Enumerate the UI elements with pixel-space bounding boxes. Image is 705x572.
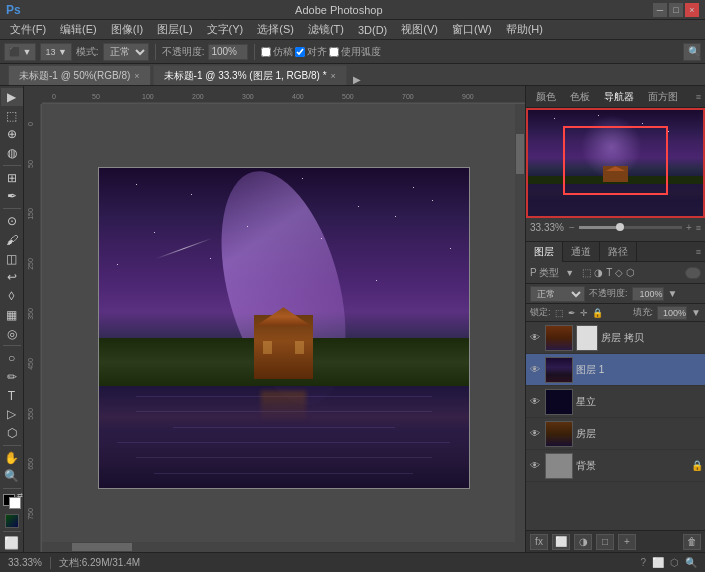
tab-arrow[interactable]: ▶ xyxy=(353,74,361,85)
lock-position-icon[interactable]: ✛ xyxy=(580,308,588,318)
layer-row-house[interactable]: 👁 房层 xyxy=(526,418,705,450)
add-adjustment-button[interactable]: ◑ xyxy=(574,534,592,550)
antialias-checkbox[interactable] xyxy=(261,47,271,57)
minimize-button[interactable]: ─ xyxy=(653,3,667,17)
menu-file[interactable]: 文件(F) xyxy=(4,21,52,38)
filter-toggle[interactable] xyxy=(685,267,701,279)
tool-marquee[interactable]: ⬚ xyxy=(1,107,23,125)
fx-button[interactable]: fx xyxy=(530,534,548,550)
zoom-minus-btn[interactable]: − xyxy=(569,222,575,233)
vertical-scrollbar[interactable] xyxy=(515,104,525,552)
layer-eye-layer1[interactable]: 👁 xyxy=(528,363,542,377)
tool-lasso[interactable]: ⊕ xyxy=(1,126,23,144)
layers-panel-menu[interactable]: ≡ xyxy=(696,247,705,257)
menu-edit[interactable]: 编辑(E) xyxy=(54,21,103,38)
add-group-button[interactable]: □ xyxy=(596,534,614,550)
nav-zoom-slider[interactable] xyxy=(579,226,682,229)
nav-slider-thumb[interactable] xyxy=(616,223,624,231)
tool-crop[interactable]: ⊞ xyxy=(1,169,23,187)
menu-select[interactable]: 选择(S) xyxy=(251,21,300,38)
tool-brush[interactable]: 🖌 xyxy=(1,231,23,249)
nav-panel-menu[interactable]: ≡ xyxy=(696,223,701,233)
menu-filter[interactable]: 滤镜(T) xyxy=(302,21,350,38)
tool-pen[interactable]: ✏ xyxy=(1,368,23,386)
tab-close-1[interactable]: × xyxy=(134,71,139,81)
zoom-plus-btn[interactable]: + xyxy=(686,222,692,233)
panel-tab-navigator[interactable]: 导航器 xyxy=(598,88,640,106)
tool-gradient[interactable]: ▦ xyxy=(1,306,23,324)
layer-row-house-copy[interactable]: 👁 房层 拷贝 xyxy=(526,322,705,354)
brush-size-input[interactable]: 13 ▼ xyxy=(40,43,71,61)
search-button[interactable]: 🔍 xyxy=(683,43,701,61)
panel-tab-swatches[interactable]: 色板 xyxy=(564,88,596,106)
tool-screen-mode[interactable]: ⬜ xyxy=(1,534,23,552)
tool-dodge[interactable]: ○ xyxy=(1,349,23,367)
filter-adjust[interactable]: ◑ xyxy=(594,267,603,278)
panel-tab-histogram[interactable]: 面方图 xyxy=(642,88,684,106)
menu-3d[interactable]: 3D(D) xyxy=(352,23,393,37)
tool-clone[interactable]: ◫ xyxy=(1,250,23,268)
menu-help[interactable]: 帮助(H) xyxy=(500,21,549,38)
lock-transparent-icon[interactable]: ⬚ xyxy=(555,308,564,318)
layer-eye-house-copy[interactable]: 👁 xyxy=(528,331,542,345)
menu-layer[interactable]: 图层(L) xyxy=(151,21,198,38)
delete-layer-button[interactable]: 🗑 xyxy=(683,534,701,550)
tool-history[interactable]: ↩ xyxy=(1,268,23,286)
tool-zoom[interactable]: 🔍 xyxy=(1,468,23,486)
tab-channels[interactable]: 通道 xyxy=(563,242,600,262)
tool-path-select[interactable]: ▷ xyxy=(1,405,23,423)
panel-menu-icon[interactable]: ≡ xyxy=(696,92,701,102)
layer-eye-bg[interactable]: 👁 xyxy=(528,459,542,473)
add-mask-button[interactable]: ⬜ xyxy=(552,534,570,550)
tool-heal[interactable]: ⊙ xyxy=(1,212,23,230)
use-arc-checkbox[interactable] xyxy=(329,47,339,57)
menu-window[interactable]: 窗口(W) xyxy=(446,21,498,38)
tool-hand[interactable]: ✋ xyxy=(1,449,23,467)
layer-row-stars[interactable]: 👁 星立 xyxy=(526,386,705,418)
brush-preset-btn[interactable]: ⬛ ▼ xyxy=(4,43,36,61)
horizontal-scrollbar[interactable] xyxy=(42,542,515,552)
fill-value-input[interactable] xyxy=(657,306,687,320)
tab-close-2[interactable]: × xyxy=(331,71,336,81)
tool-type[interactable]: T xyxy=(1,387,23,405)
panel-tab-color[interactable]: 颜色 xyxy=(530,88,562,106)
layer-row-background[interactable]: 👁 背景 🔒 xyxy=(526,450,705,482)
filter-smart[interactable]: ⬡ xyxy=(626,267,635,278)
tab-untitled-2[interactable]: 未标题-1 @ 33.3% (图层 1, RGB/8) * × xyxy=(153,65,347,85)
mode-select[interactable]: 正常 xyxy=(103,43,149,61)
opacity-value-input[interactable] xyxy=(632,287,664,301)
tool-eraser[interactable]: ◊ xyxy=(1,287,23,305)
menu-image[interactable]: 图像(I) xyxy=(105,21,149,38)
tool-shape[interactable]: ⬡ xyxy=(1,424,23,442)
menu-view[interactable]: 视图(V) xyxy=(395,21,444,38)
close-button[interactable]: × xyxy=(685,3,699,17)
tool-move[interactable]: ▶ xyxy=(1,88,23,106)
tab-layers[interactable]: 图层 xyxy=(526,242,563,262)
menu-type[interactable]: 文字(Y) xyxy=(201,21,250,38)
opacity-input[interactable] xyxy=(208,44,248,60)
quick-mask[interactable] xyxy=(5,514,19,528)
layer-eye-house[interactable]: 👁 xyxy=(528,427,542,441)
color-swatches[interactable]: ⇄ xyxy=(3,494,21,509)
maximize-button[interactable]: □ xyxy=(669,3,683,17)
navigator-view-box[interactable] xyxy=(563,126,668,195)
blend-mode-select[interactable]: 正常 xyxy=(530,286,585,302)
add-layer-button[interactable]: + xyxy=(618,534,636,550)
align-checkbox[interactable] xyxy=(295,47,305,57)
canvas[interactable] xyxy=(99,168,469,488)
tool-blur[interactable]: ◎ xyxy=(1,325,23,343)
filter-type[interactable]: T xyxy=(606,267,612,278)
scrollbar-thumb-h[interactable] xyxy=(72,543,132,551)
filter-pixel[interactable]: ⬚ xyxy=(582,267,591,278)
tool-quick-select[interactable]: ◍ xyxy=(1,144,23,162)
scrollbar-thumb-v[interactable] xyxy=(516,134,524,174)
tool-eyedropper[interactable]: ✒ xyxy=(1,188,23,206)
tab-untitled-1[interactable]: 未标题-1 @ 50%(RGB/8) × xyxy=(8,65,151,85)
filter-shape[interactable]: ◇ xyxy=(615,267,623,278)
swap-colors[interactable]: ⇄ xyxy=(17,492,23,500)
tab-paths[interactable]: 路径 xyxy=(600,242,637,262)
layer-row-layer1[interactable]: 👁 图层 1 xyxy=(526,354,705,386)
layer-eye-stars[interactable]: 👁 xyxy=(528,395,542,409)
lock-pixels-icon[interactable]: ✒ xyxy=(568,308,576,318)
lock-all-icon[interactable]: 🔒 xyxy=(592,308,603,318)
